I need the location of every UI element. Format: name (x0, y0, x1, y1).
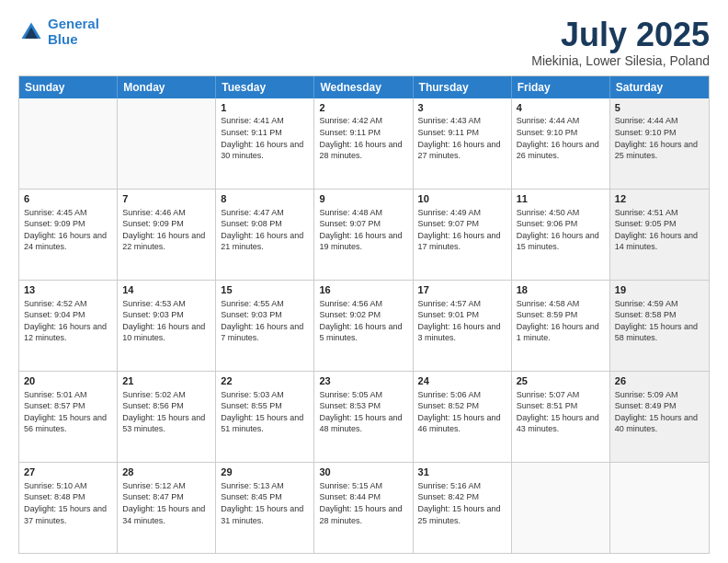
subtitle: Miekinia, Lower Silesia, Poland (531, 53, 710, 68)
calendar-cell: 9Sunrise: 4:48 AM Sunset: 9:07 PM Daylig… (314, 190, 413, 280)
cell-info: Sunrise: 5:05 AM Sunset: 8:53 PM Dayligh… (319, 389, 407, 435)
header-day-friday: Friday (512, 76, 610, 98)
calendar-cell: 14Sunrise: 4:53 AM Sunset: 9:03 PM Dayli… (118, 281, 216, 371)
calendar-cell: 15Sunrise: 4:55 AM Sunset: 9:03 PM Dayli… (216, 281, 314, 371)
calendar-cell: 12Sunrise: 4:51 AM Sunset: 9:05 PM Dayli… (610, 190, 709, 280)
calendar-cell: 2Sunrise: 4:42 AM Sunset: 9:11 PM Daylig… (314, 98, 413, 189)
calendar-cell: 6Sunrise: 4:45 AM Sunset: 9:09 PM Daylig… (19, 190, 118, 280)
calendar-cell (118, 98, 216, 189)
calendar-cell: 23Sunrise: 5:05 AM Sunset: 8:53 PM Dayli… (314, 372, 413, 462)
calendar-cell: 10Sunrise: 4:49 AM Sunset: 9:07 PM Dayli… (414, 190, 512, 280)
cell-info: Sunrise: 5:01 AM Sunset: 8:57 PM Dayligh… (24, 389, 112, 435)
calendar-page: General Blue July 2025 Miekinia, Lower S… (0, 0, 728, 563)
day-number: 4 (517, 101, 605, 115)
day-number: 30 (319, 465, 407, 479)
cell-info: Sunrise: 5:15 AM Sunset: 8:44 PM Dayligh… (319, 480, 407, 526)
cell-info: Sunrise: 4:59 AM Sunset: 8:58 PM Dayligh… (615, 298, 704, 344)
header-day-sunday: Sunday (19, 76, 118, 98)
day-number: 27 (24, 465, 112, 479)
day-number: 31 (418, 465, 506, 479)
day-number: 6 (24, 192, 112, 206)
calendar-header: SundayMondayTuesdayWednesdayThursdayFrid… (19, 76, 709, 98)
day-number: 10 (418, 192, 506, 206)
day-number: 21 (122, 374, 210, 388)
calendar-week-2: 6Sunrise: 4:45 AM Sunset: 9:09 PM Daylig… (19, 190, 709, 281)
calendar-cell: 20Sunrise: 5:01 AM Sunset: 8:57 PM Dayli… (19, 372, 118, 462)
calendar-cell: 30Sunrise: 5:15 AM Sunset: 8:44 PM Dayli… (314, 463, 413, 553)
day-number: 16 (319, 283, 407, 297)
day-number: 2 (319, 101, 407, 115)
day-number: 1 (221, 101, 309, 115)
cell-info: Sunrise: 4:44 AM Sunset: 9:10 PM Dayligh… (615, 115, 704, 161)
cell-info: Sunrise: 5:06 AM Sunset: 8:52 PM Dayligh… (418, 389, 506, 435)
day-number: 25 (517, 374, 605, 388)
header-day-tuesday: Tuesday (216, 76, 314, 98)
calendar-cell: 28Sunrise: 5:12 AM Sunset: 8:47 PM Dayli… (118, 463, 216, 553)
day-number: 24 (418, 374, 506, 388)
calendar-cell: 31Sunrise: 5:16 AM Sunset: 8:42 PM Dayli… (414, 463, 512, 553)
calendar-cell: 25Sunrise: 5:07 AM Sunset: 8:51 PM Dayli… (512, 372, 610, 462)
day-number: 12 (615, 192, 704, 206)
calendar-cell: 13Sunrise: 4:52 AM Sunset: 9:04 PM Dayli… (19, 281, 118, 371)
title-block: July 2025 Miekinia, Lower Silesia, Polan… (531, 17, 710, 68)
cell-info: Sunrise: 4:50 AM Sunset: 9:06 PM Dayligh… (517, 207, 605, 253)
cell-info: Sunrise: 4:55 AM Sunset: 9:03 PM Dayligh… (221, 298, 309, 344)
calendar-cell: 3Sunrise: 4:43 AM Sunset: 9:11 PM Daylig… (414, 98, 512, 189)
calendar-cell: 27Sunrise: 5:10 AM Sunset: 8:48 PM Dayli… (19, 463, 118, 553)
calendar-week-5: 27Sunrise: 5:10 AM Sunset: 8:48 PM Dayli… (19, 463, 709, 553)
cell-info: Sunrise: 4:51 AM Sunset: 9:05 PM Dayligh… (615, 207, 704, 253)
day-number: 20 (24, 374, 112, 388)
cell-info: Sunrise: 4:41 AM Sunset: 9:11 PM Dayligh… (221, 115, 309, 161)
calendar-cell (512, 463, 610, 553)
day-number: 8 (221, 192, 309, 206)
calendar-week-3: 13Sunrise: 4:52 AM Sunset: 9:04 PM Dayli… (19, 281, 709, 372)
cell-info: Sunrise: 5:12 AM Sunset: 8:47 PM Dayligh… (122, 480, 210, 526)
calendar-cell (19, 98, 118, 189)
day-number: 13 (24, 283, 112, 297)
calendar-cell: 5Sunrise: 4:44 AM Sunset: 9:10 PM Daylig… (610, 98, 709, 189)
header: General Blue July 2025 Miekinia, Lower S… (18, 17, 710, 68)
cell-info: Sunrise: 4:42 AM Sunset: 9:11 PM Dayligh… (319, 115, 407, 161)
cell-info: Sunrise: 4:49 AM Sunset: 9:07 PM Dayligh… (418, 207, 506, 253)
calendar-cell: 21Sunrise: 5:02 AM Sunset: 8:56 PM Dayli… (118, 372, 216, 462)
day-number: 22 (221, 374, 309, 388)
day-number: 14 (122, 283, 210, 297)
cell-info: Sunrise: 4:46 AM Sunset: 9:09 PM Dayligh… (122, 207, 210, 253)
cell-info: Sunrise: 5:09 AM Sunset: 8:49 PM Dayligh… (615, 389, 704, 435)
day-number: 23 (319, 374, 407, 388)
cell-info: Sunrise: 4:56 AM Sunset: 9:02 PM Dayligh… (319, 298, 407, 344)
logo-text: General Blue (48, 17, 99, 47)
calendar: SundayMondayTuesdayWednesdayThursdayFrid… (18, 75, 710, 554)
cell-info: Sunrise: 4:52 AM Sunset: 9:04 PM Dayligh… (24, 298, 112, 344)
calendar-cell: 22Sunrise: 5:03 AM Sunset: 8:55 PM Dayli… (216, 372, 314, 462)
calendar-cell: 1Sunrise: 4:41 AM Sunset: 9:11 PM Daylig… (216, 98, 314, 189)
calendar-cell: 19Sunrise: 4:59 AM Sunset: 8:58 PM Dayli… (610, 281, 709, 371)
logo: General Blue (18, 17, 99, 47)
calendar-cell: 4Sunrise: 4:44 AM Sunset: 9:10 PM Daylig… (512, 98, 610, 189)
day-number: 7 (122, 192, 210, 206)
header-day-monday: Monday (118, 76, 216, 98)
calendar-cell: 8Sunrise: 4:47 AM Sunset: 9:08 PM Daylig… (216, 190, 314, 280)
calendar-cell: 24Sunrise: 5:06 AM Sunset: 8:52 PM Dayli… (414, 372, 512, 462)
cell-info: Sunrise: 5:07 AM Sunset: 8:51 PM Dayligh… (517, 389, 605, 435)
calendar-week-1: 1Sunrise: 4:41 AM Sunset: 9:11 PM Daylig… (19, 98, 709, 190)
cell-info: Sunrise: 4:53 AM Sunset: 9:03 PM Dayligh… (122, 298, 210, 344)
day-number: 17 (418, 283, 506, 297)
calendar-cell: 16Sunrise: 4:56 AM Sunset: 9:02 PM Dayli… (314, 281, 413, 371)
day-number: 3 (418, 101, 506, 115)
calendar-cell (610, 463, 709, 553)
cell-info: Sunrise: 5:10 AM Sunset: 8:48 PM Dayligh… (24, 480, 112, 526)
day-number: 15 (221, 283, 309, 297)
header-day-thursday: Thursday (414, 76, 512, 98)
cell-info: Sunrise: 5:03 AM Sunset: 8:55 PM Dayligh… (221, 389, 309, 435)
day-number: 28 (122, 465, 210, 479)
cell-info: Sunrise: 4:48 AM Sunset: 9:07 PM Dayligh… (319, 207, 407, 253)
day-number: 29 (221, 465, 309, 479)
main-title: July 2025 (531, 17, 710, 53)
cell-info: Sunrise: 4:47 AM Sunset: 9:08 PM Dayligh… (221, 207, 309, 253)
day-number: 19 (615, 283, 704, 297)
header-day-wednesday: Wednesday (314, 76, 413, 98)
day-number: 11 (517, 192, 605, 206)
logo-icon (18, 19, 44, 45)
cell-info: Sunrise: 5:16 AM Sunset: 8:42 PM Dayligh… (418, 480, 506, 526)
